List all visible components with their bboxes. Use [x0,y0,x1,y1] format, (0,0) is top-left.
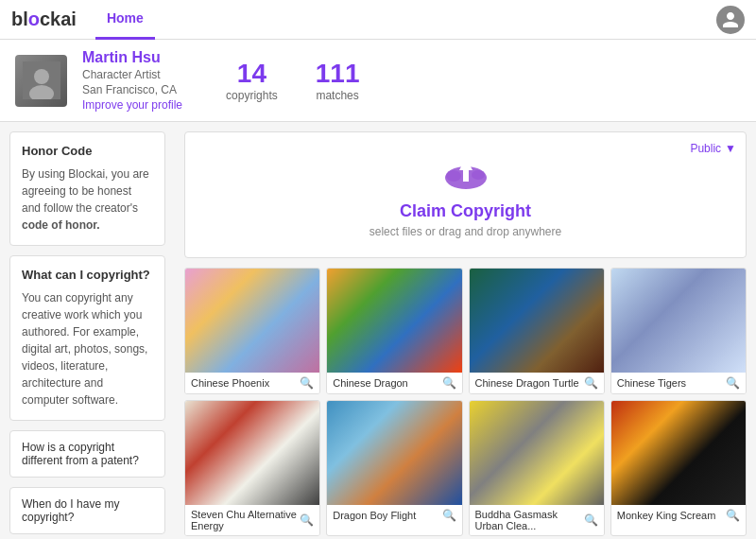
profile-role: Character Artist [82,68,182,81]
artwork-card-phoenix[interactable]: Chinese Phoenix 🔍 [184,268,320,394]
search-icon[interactable]: 🔍 [300,513,314,527]
search-icon[interactable]: 🔍 [726,376,740,390]
artwork-label-dragon-boy: Dragon Boy Flight 🔍 [327,505,461,526]
artwork-image-steven [185,401,319,505]
search-icon[interactable]: 🔍 [300,376,314,390]
artwork-label-turtle: Chinese Dragon Turtle 🔍 [470,373,604,393]
logo: blockai [11,9,77,30]
artwork-card-buddha[interactable]: Buddha Gasmask Urban Clea... 🔍 [469,400,605,536]
profile-bar: Martin Hsu Character Artist San Francisc… [0,40,756,122]
main-layout: Honor Code By using Blockai, you are agr… [0,122,756,539]
artwork-image-monkey [611,401,746,505]
artwork-card-steven[interactable]: Steven Chu Alternative Energy 🔍 [184,400,320,536]
artwork-title-steven: Steven Chu Alternative Energy [191,509,300,531]
search-icon[interactable]: 🔍 [726,509,740,522]
artwork-label-monkey: Monkey King Scream 🔍 [611,505,746,526]
public-button[interactable]: Public ▼ [690,142,736,155]
copyrights-number: 14 [237,59,266,89]
artwork-title-turtle: Chinese Dragon Turtle [475,377,579,389]
stats-section: 14 copyrights 111 matches [226,59,359,102]
copyright-faq-card: What can I copyright? You can copyright … [9,255,165,421]
svg-point-1 [34,69,49,84]
artwork-label-dragon: Chinese Dragon 🔍 [327,373,461,393]
profile-name: Martin Hsu [82,49,182,66]
upload-area[interactable]: Public ▼ Claim Copyright select files or… [184,131,747,258]
copyright-faq-text: You can copyright any creative work whic… [22,289,153,409]
artwork-card-tigers[interactable]: Chinese Tigers 🔍 [610,268,747,394]
honor-code-title: Honor Code [22,144,153,158]
sidebar-link-patent[interactable]: How is a copyright different from a pate… [9,430,165,478]
artwork-label-buddha: Buddha Gasmask Urban Clea... 🔍 [470,505,604,535]
artwork-title-dragon: Chinese Dragon [333,377,408,389]
svg-point-5 [472,170,485,180]
profile-avatar [15,55,67,107]
artwork-title-buddha: Buddha Gasmask Urban Clea... [475,509,584,531]
artwork-label-tigers: Chinese Tigers 🔍 [611,373,746,393]
artwork-card-monkey[interactable]: Monkey King Scream 🔍 [610,400,747,536]
sidebar-link-when[interactable]: When do I have my copyright? [9,487,165,534]
artwork-image-phoenix [185,269,319,373]
svg-point-4 [446,170,461,182]
profile-info: Martin Hsu Character Artist San Francisc… [82,49,182,112]
nav-home[interactable]: Home [95,0,155,40]
artwork-card-dragon[interactable]: Chinese Dragon 🔍 [326,268,462,394]
artwork-image-tigers [611,269,746,373]
copyrights-label: copyrights [226,89,278,102]
chevron-down-icon: ▼ [725,142,736,155]
profile-location: San Francisco, CA [82,83,182,96]
artwork-label-phoenix: Chinese Phoenix 🔍 [185,373,319,393]
header: blockai Home [0,0,756,40]
artwork-title-tigers: Chinese Tigers [617,377,686,389]
copyright-faq-title: What can I copyright? [22,268,153,282]
matches-label: matches [316,89,358,102]
artwork-image-dragon-boy [327,401,461,505]
artwork-card-turtle[interactable]: Chinese Dragon Turtle 🔍 [469,268,605,394]
header-right [716,6,745,34]
upload-subtitle: select files or drag and drop anywhere [369,225,561,238]
upload-title: Claim Copyright [400,201,531,221]
sidebar: Honor Code By using Blockai, you are agr… [0,122,175,539]
search-icon[interactable]: 🔍 [584,376,598,390]
artwork-title-monkey: Monkey King Scream [617,510,716,521]
honor-code-card: Honor Code By using Blockai, you are agr… [9,131,165,246]
honor-code-text: By using Blockai, you are agreeing to be… [22,165,153,234]
user-avatar[interactable] [716,6,745,34]
artwork-card-dragon-boy[interactable]: Dragon Boy Flight 🔍 [326,400,462,536]
artwork-image-dragon [327,269,461,373]
artwork-image-turtle [470,269,604,373]
upload-icon [442,151,490,194]
public-label: Public [690,142,721,155]
stat-matches: 111 matches [316,59,360,102]
matches-number: 111 [316,59,360,89]
artwork-label-steven: Steven Chu Alternative Energy 🔍 [185,505,319,535]
content-area: Public ▼ Claim Copyright select files or… [175,122,756,539]
improve-profile-link[interactable]: Improve your profile [82,98,182,112]
search-icon[interactable]: 🔍 [442,376,456,390]
search-icon[interactable]: 🔍 [442,509,456,522]
artwork-title-dragon-boy: Dragon Boy Flight [333,510,416,521]
artwork-title-phoenix: Chinese Phoenix [191,377,269,389]
artwork-image-buddha [470,401,604,505]
stat-copyrights: 14 copyrights [226,59,278,102]
artwork-grid: Chinese Phoenix 🔍 Chinese Dragon 🔍 Chine… [184,268,747,536]
search-icon[interactable]: 🔍 [584,513,598,527]
